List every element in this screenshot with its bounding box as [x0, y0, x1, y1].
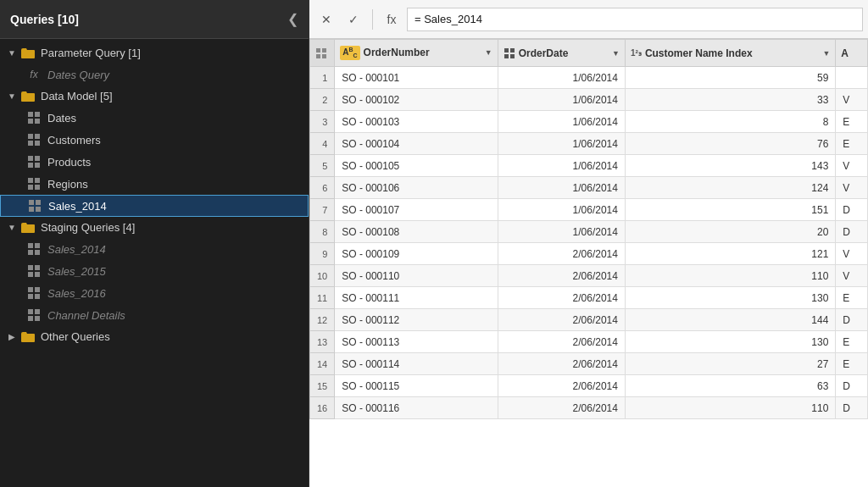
cell-extra: E [836, 331, 868, 353]
col-header-order-date[interactable]: OrderDate ▼ [498, 40, 625, 67]
query-item-sales-2014-stg[interactable]: Sales_2014 [0, 238, 309, 260]
svg-rect-34 [28, 316, 33, 321]
svg-rect-29 [35, 287, 40, 292]
svg-rect-0 [28, 112, 33, 117]
cell-order-date: 2/06/2014 [498, 375, 625, 397]
table-row[interactable]: 16SO - 0001162/06/2014110D [310, 397, 868, 419]
svg-rect-35 [35, 316, 40, 321]
num-type-icon: 1²₃ [631, 48, 642, 58]
fx-button[interactable]: fx [380, 8, 403, 31]
table-row[interactable]: 8SO - 0001081/06/201420D [310, 221, 868, 243]
svg-rect-32 [28, 309, 33, 314]
cell-row-num: 9 [310, 243, 335, 265]
cell-order-date: 2/06/2014 [498, 397, 625, 419]
svg-rect-37 [322, 48, 326, 53]
cell-customer-name-index: 20 [625, 221, 835, 243]
cell-extra [836, 67, 868, 89]
cell-order-number: SO - 000107 [335, 199, 498, 221]
table-icon [27, 242, 41, 256]
cell-customer-name-index: 130 [625, 331, 835, 353]
query-item-customers[interactable]: Customers [0, 129, 309, 151]
cell-order-date: 2/06/2014 [498, 265, 625, 287]
table-row[interactable]: 15SO - 0001152/06/201463D [310, 375, 868, 397]
svg-rect-3 [35, 119, 40, 124]
cell-extra: E [836, 111, 868, 133]
table-row[interactable]: 11SO - 0001112/06/2014130E [310, 287, 868, 309]
group-header-data-model[interactable]: ▼ Data Model [5] [0, 86, 309, 107]
item-label-sales-2014-model: Sales_2014 [48, 200, 107, 213]
table-row[interactable]: 1SO - 0001011/06/201459 [310, 67, 868, 89]
query-item-sales-2014-model[interactable]: Sales_2014 [0, 195, 309, 217]
formula-divider [372, 9, 373, 30]
col-label-order-date: OrderDate [519, 47, 569, 59]
table-row[interactable]: 6SO - 0001061/06/2014124V [310, 177, 868, 199]
table-row[interactable]: 4SO - 0001041/06/201476E [310, 133, 868, 155]
table-icon [27, 264, 41, 278]
cell-row-num: 11 [310, 287, 335, 309]
cell-row-num: 8 [310, 221, 335, 243]
query-item-regions[interactable]: Regions [0, 173, 309, 195]
expand-triangle-icon: ▼ [7, 223, 17, 233]
formula-input[interactable] [407, 8, 863, 31]
cell-row-num: 1 [310, 67, 335, 89]
svg-rect-5 [35, 134, 40, 139]
svg-rect-25 [35, 265, 40, 270]
query-item-dates-query[interactable]: fxDates Query [0, 64, 309, 86]
group-header-parameter-query[interactable]: ▼ Parameter Query [1] [0, 42, 309, 64]
collapse-sidebar-button[interactable]: ❮ [287, 11, 298, 27]
table-row[interactable]: 12SO - 0001122/06/2014144D [310, 309, 868, 331]
cell-order-date: 2/06/2014 [498, 309, 625, 331]
cell-customer-name-index: 124 [625, 177, 835, 199]
query-item-products[interactable]: Products [0, 151, 309, 173]
item-label-dates-query: Dates Query [47, 69, 109, 81]
cell-row-num: 16 [310, 397, 335, 419]
table-row[interactable]: 2SO - 0001021/06/201433V [310, 89, 868, 111]
cell-order-number: SO - 000114 [335, 353, 498, 375]
cell-order-number: SO - 000115 [335, 375, 498, 397]
query-item-channel-details-stg[interactable]: Channel Details [0, 304, 309, 326]
svg-rect-12 [28, 178, 33, 183]
col-header-extra[interactable]: A [836, 40, 868, 67]
cancel-button[interactable]: ✕ [314, 8, 338, 31]
svg-rect-15 [35, 185, 40, 190]
query-item-sales-2016-stg[interactable]: Sales_2016 [0, 282, 309, 304]
col-label-customer-name-index: Customer Name Index [645, 47, 753, 59]
sidebar: Queries [10] ❮ ▼ Parameter Query [1]fxDa… [0, 0, 309, 487]
cell-customer-name-index: 27 [625, 353, 835, 375]
table-icon [27, 308, 41, 322]
col-header-customer-name-index[interactable]: 1²₃ Customer Name Index ▼ [625, 40, 835, 67]
cell-order-date: 1/06/2014 [498, 89, 625, 111]
confirm-button[interactable]: ✓ [342, 8, 365, 31]
group-header-other-queries[interactable]: ▶ Other Queries [0, 326, 309, 347]
cell-extra: V [836, 89, 868, 111]
query-item-dates[interactable]: Dates [0, 107, 309, 129]
folder-icon [20, 91, 36, 102]
table-row[interactable]: 5SO - 0001051/06/2014143V [310, 155, 868, 177]
cell-order-date: 1/06/2014 [498, 177, 625, 199]
cell-order-number: SO - 000106 [335, 177, 498, 199]
item-label-dates: Dates [47, 112, 76, 125]
group-header-staging-queries[interactable]: ▼ Staging Queries [4] [0, 217, 309, 238]
table-row[interactable]: 9SO - 0001092/06/2014121V [310, 243, 868, 265]
query-item-sales-2015-stg[interactable]: Sales_2015 [0, 260, 309, 282]
fx-icon: fx [27, 68, 41, 81]
svg-rect-38 [316, 54, 320, 58]
col-dropdown-customer-name-index[interactable]: ▼ [822, 49, 830, 58]
table-row[interactable]: 13SO - 0001132/06/2014130E [310, 331, 868, 353]
svg-rect-13 [35, 178, 40, 183]
cell-order-number: SO - 000116 [335, 397, 498, 419]
group-label: Parameter Query [1] [41, 47, 141, 59]
cell-row-num: 14 [310, 353, 335, 375]
table-icon [27, 133, 41, 147]
col-dropdown-order-date[interactable]: ▼ [612, 49, 620, 58]
table-row[interactable]: 14SO - 0001142/06/201427E [310, 353, 868, 375]
folder-icon [20, 47, 36, 59]
item-label-sales-2016-stg: Sales_2016 [47, 287, 106, 300]
cell-order-number: SO - 000113 [335, 331, 498, 353]
col-header-order-number[interactable]: ABC OrderNumber ▼ [335, 40, 498, 67]
svg-rect-33 [35, 309, 40, 314]
table-row[interactable]: 10SO - 0001102/06/2014110V [310, 265, 868, 287]
col-dropdown-order-number[interactable]: ▼ [485, 48, 492, 57]
table-row[interactable]: 7SO - 0001071/06/2014151D [310, 199, 868, 221]
table-row[interactable]: 3SO - 0001031/06/20148E [310, 111, 868, 133]
